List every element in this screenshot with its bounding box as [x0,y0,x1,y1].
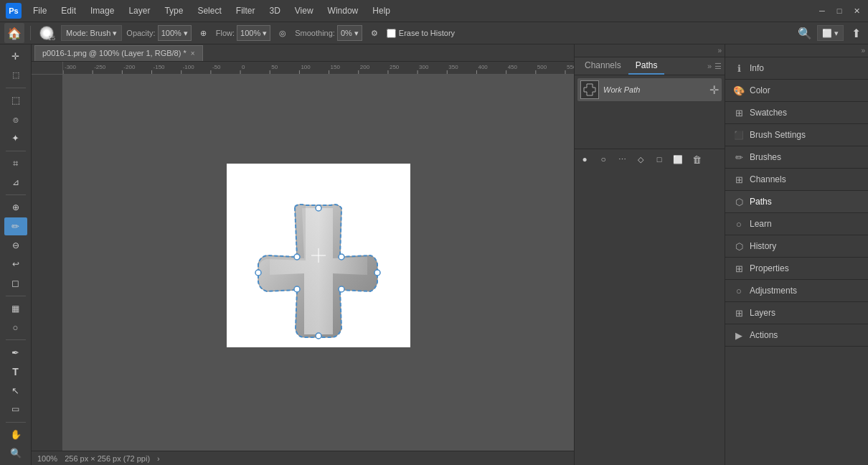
menu-help[interactable]: Help [367,4,396,17]
minimize-button[interactable]: ─ [816,5,828,17]
menu-type[interactable]: Type [159,4,189,17]
panel-layers-header[interactable]: ⊞ Layers [725,302,868,324]
panel-swatches-header[interactable]: ⊞ Swatches [725,102,868,123]
tool-shape[interactable]: ▭ [4,400,27,418]
separator-1 [30,26,31,40]
erase-to-history-label[interactable]: Erase to History [387,29,455,38]
svg-rect-37 [32,75,63,451]
menu-layer[interactable]: Layer [123,4,156,17]
tool-pen[interactable]: ✒ [4,344,27,361]
panel-menu-button[interactable]: ☰ [714,62,722,71]
ruler-v-svg [32,75,63,451]
path-make-from-selection-button[interactable]: ◇ [633,152,648,166]
smoothing-label: Smoothing: [295,29,335,37]
tool-type[interactable]: T [4,362,27,380]
history-icon: ⬡ [732,240,745,253]
panel-history-header[interactable]: ⬡ History [725,235,868,257]
workspace-button[interactable]: ⬜ ▾ [817,25,844,41]
panel-learn-header[interactable]: ○ Learn [725,213,868,235]
path-stroke-button[interactable]: ○ [596,152,610,166]
panel-color-header[interactable]: 🎨 Color [725,80,868,101]
menu-image[interactable]: Image [85,4,120,17]
menu-edit[interactable]: Edit [55,4,82,17]
tool-gradient[interactable]: ▦ [4,300,27,317]
search-button[interactable]: 🔍 [797,25,813,41]
brush-mode-dropdown[interactable]: Mode: Brush ▾ [61,25,122,41]
tool-brush[interactable]: ✏ [4,217,27,235]
menu-file[interactable]: File [27,4,52,17]
tab-paths[interactable]: Paths [628,57,665,75]
tab-channels[interactable]: Channels [577,57,628,75]
tab-close-button[interactable]: × [191,50,195,57]
tool-history-brush[interactable]: ↩ [4,255,27,273]
tool-hand[interactable]: ✋ [4,426,27,443]
tool-lasso[interactable]: ⌾ [4,111,27,128]
tool-heal[interactable]: ⊕ [4,199,27,216]
tool-marquee[interactable]: ⬚ [4,92,27,109]
tab-filename: p0016-1.png @ 100% (Layer 1, RGB/8) * [42,49,187,57]
adjustments-label: Adjustments [750,286,797,296]
panel-brush-settings-header[interactable]: ⬛ Brush Settings [725,124,868,146]
brushes-icon: ✏ [732,151,745,164]
path-load-selection-button[interactable]: ⋯ [615,152,629,166]
path-delete-button[interactable]: 🗑 [689,152,704,166]
menu-3d[interactable]: 3D [263,4,286,17]
right-panel-collapse-button[interactable]: » [861,47,865,55]
opacity-options-button[interactable]: ⊕ [196,25,212,41]
canvas-background[interactable] [63,75,574,436]
brush-preset-picker[interactable]: 15 [37,23,57,43]
menu-filter[interactable]: Filter [230,4,261,17]
canvas-tab[interactable]: p0016-1.png @ 100% (Layer 1, RGB/8) * × [34,45,203,61]
brushes-label: Brushes [750,152,781,162]
menu-view[interactable]: View [289,4,319,17]
tool-crop[interactable]: ⌗ [4,154,27,172]
layers-icon: ⊞ [732,306,745,319]
toolbar-separator-1 [6,88,26,88]
status-arrow[interactable]: › [157,454,160,463]
opacity-dropdown[interactable]: 100% ▾ [158,25,192,41]
ruler-corner [32,62,63,75]
maximize-button[interactable]: □ [834,5,845,17]
svg-point-40 [339,286,344,292]
panel-properties-header[interactable]: ⊞ Properties [725,258,868,279]
properties-label: Properties [750,263,789,273]
tool-artboard[interactable]: ⬚ [4,66,27,83]
svg-text:500: 500 [537,64,547,70]
panel-channels-header[interactable]: ⊞ Channels [725,169,868,190]
canvas-image[interactable] [227,164,410,347]
menu-window[interactable]: Window [322,4,364,17]
home-button[interactable]: 🏠 [4,23,24,43]
path-new-button[interactable]: ⬜ [671,152,685,166]
tool-zoom[interactable]: 🔍 [4,445,27,462]
menu-select[interactable]: Select [192,4,227,17]
flow-label: Flow: [216,29,235,37]
erase-to-history-checkbox[interactable] [387,29,396,38]
panel-adjustments-header[interactable]: ○ Adjustments [725,280,868,301]
tool-path-select[interactable]: ↖ [4,382,27,399]
panel-paths: ⬡ Paths [725,191,868,213]
panel-info-header[interactable]: ℹ Info [725,57,868,79]
tool-magic-wand[interactable]: ✦ [4,129,27,146]
tool-clone[interactable]: ⊖ [4,237,27,254]
panel-actions-header[interactable]: ▶ Actions [725,324,868,346]
panel-brushes-header[interactable]: ✏ Brushes [725,146,868,168]
path-fill-button[interactable]: ● [577,152,592,166]
flow-dropdown[interactable]: 100% ▾ [237,25,270,41]
airbrush-button[interactable]: ◎ [275,25,291,41]
tool-move[interactable]: ✛ [4,47,27,65]
panels-collapse-button[interactable]: » [717,47,722,55]
color-icon: 🎨 [732,84,745,97]
panel-paths-header[interactable]: ⬡ Paths [725,191,868,212]
canvas-wrapper: // Will be rendered via JS below -300-25… [32,62,574,451]
path-mask-button[interactable]: □ [652,152,666,166]
channels-label: Channels [750,174,786,184]
share-button[interactable]: ⬆ [848,25,864,41]
tool-eraser[interactable]: ◻ [4,274,27,291]
work-path-item[interactable]: Work Path ✛ [577,78,722,101]
tool-eyedropper[interactable]: ⊿ [4,174,27,191]
smoothing-options-button[interactable]: ⚙ [367,25,382,41]
close-button[interactable]: ✕ [851,5,862,17]
panel-more-button[interactable]: » [707,62,712,71]
smoothing-dropdown[interactable]: 0% ▾ [337,25,362,41]
tool-dodge[interactable]: ○ [4,319,27,336]
